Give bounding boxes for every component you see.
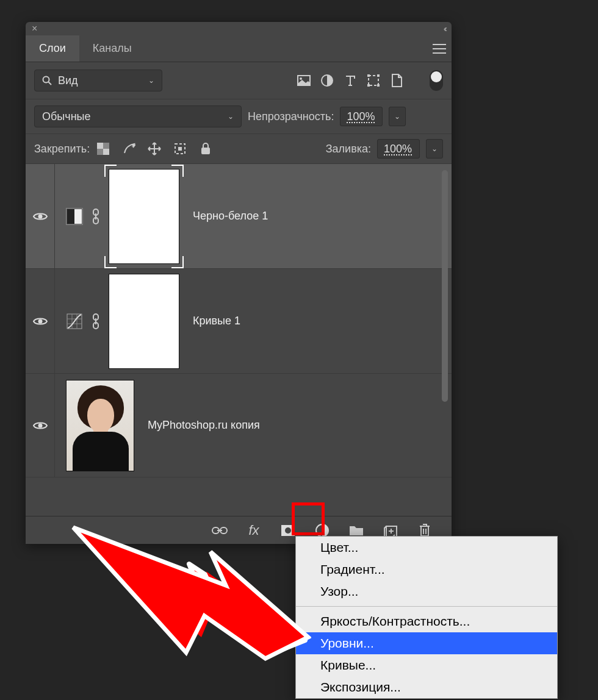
menu-item[interactable]: Узор... [296, 580, 557, 602]
layer-row[interactable]: MyPhotoshop.ru копия [26, 374, 452, 477]
mask-link-icon[interactable] [92, 209, 100, 224]
filter-smartobject-icon[interactable] [388, 72, 405, 89]
layer-name[interactable]: Кривые 1 [193, 315, 240, 327]
filter-toggle[interactable] [430, 70, 443, 91]
svg-point-27 [38, 423, 42, 427]
svg-rect-8 [367, 84, 370, 87]
fx-icon[interactable]: fx [245, 522, 262, 539]
blend-row: Обычные ⌄ Непрозрачность: 100% ⌄ [26, 99, 452, 134]
menu-item[interactable]: Яркость/Контрастность... [296, 610, 557, 632]
scrollbar[interactable] [442, 170, 448, 402]
tab-channels[interactable]: Каналы [79, 35, 145, 62]
layer-row[interactable]: Черно-белое 1 [26, 164, 452, 269]
opacity-value[interactable]: 100% [340, 107, 383, 126]
svg-point-0 [43, 77, 49, 83]
svg-rect-18 [74, 209, 82, 224]
layers-list: Черно-белое 1 Кривые 1 [26, 164, 452, 516]
adjustment-curves-icon [66, 313, 83, 330]
layers-panel: × ‹‹ Слои Каналы Вид ⌄ [26, 22, 452, 544]
lock-artboard-icon[interactable] [173, 141, 187, 156]
menu-item[interactable]: Экспозиция... [296, 676, 557, 698]
panel-tabs: Слои Каналы [26, 35, 452, 62]
filter-kind-label: Вид [58, 74, 78, 87]
lock-label: Закрепить: [34, 143, 90, 155]
menu-item-levels[interactable]: Уровни... [296, 632, 557, 654]
close-icon[interactable]: × [32, 23, 37, 34]
visibility-toggle[interactable] [26, 164, 55, 268]
lock-position-icon[interactable] [147, 141, 162, 156]
menu-item[interactable]: Градиент... [296, 559, 557, 580]
chevron-down-icon: ⌄ [148, 76, 154, 85]
lock-all-icon[interactable] [198, 141, 213, 156]
layer-mask-thumb[interactable] [109, 274, 179, 369]
opacity-label: Непрозрачность: [248, 110, 334, 123]
adjustment-bw-icon [66, 208, 83, 225]
svg-rect-6 [367, 74, 370, 77]
eye-icon [33, 421, 48, 430]
menu-separator [296, 606, 557, 607]
svg-line-1 [49, 82, 52, 85]
search-icon [42, 76, 52, 85]
svg-point-22 [38, 319, 42, 323]
layer-mask-thumb[interactable] [109, 169, 179, 264]
svg-rect-9 [377, 84, 380, 87]
svg-rect-7 [377, 74, 380, 77]
eye-icon [33, 212, 48, 221]
layer-name[interactable]: Черно-белое 1 [193, 210, 268, 223]
filter-type-icon[interactable] [342, 72, 359, 89]
fill-value[interactable]: 100% [377, 139, 420, 159]
layer-thumb[interactable] [66, 380, 134, 471]
filter-row: Вид ⌄ [26, 62, 452, 99]
filter-shape-icon[interactable] [365, 72, 382, 89]
blend-mode-label: Обычные [42, 110, 91, 123]
opacity-chevron-icon[interactable]: ⌄ [389, 107, 406, 126]
svg-marker-35 [79, 534, 305, 652]
svg-marker-36 [85, 540, 299, 646]
tab-layers[interactable]: Слои [26, 35, 79, 62]
chevron-down-icon: ⌄ [228, 112, 234, 121]
filter-kind-select[interactable]: Вид ⌄ [34, 70, 162, 91]
svg-rect-14 [178, 147, 182, 151]
menu-item[interactable]: Цвет... [296, 537, 557, 559]
svg-point-32 [285, 527, 291, 534]
lock-image-icon[interactable] [121, 141, 136, 156]
svg-rect-17 [67, 209, 74, 224]
svg-rect-12 [103, 149, 109, 155]
fill-chevron-icon[interactable]: ⌄ [426, 139, 443, 159]
svg-rect-11 [97, 143, 103, 149]
panel-menu-icon[interactable] [427, 35, 452, 62]
layer-name[interactable]: MyPhotoshop.ru копия [148, 419, 260, 432]
filter-pixel-icon[interactable] [295, 72, 312, 89]
link-layers-icon[interactable] [211, 522, 228, 539]
mask-link-icon[interactable] [92, 313, 100, 329]
add-mask-icon[interactable] [279, 522, 297, 539]
menu-item[interactable]: Кривые... [296, 654, 557, 676]
svg-marker-37 [73, 527, 308, 659]
lock-icons [96, 141, 213, 156]
eye-icon [33, 316, 48, 326]
collapse-icon[interactable]: ‹‹ [444, 24, 445, 34]
visibility-toggle[interactable] [26, 269, 55, 373]
panel-titlebar: × ‹‹ [26, 22, 452, 35]
fill-label: Заливка: [326, 143, 371, 155]
adjustment-layer-menu: Цвет... Градиент... Узор... Яркость/Конт… [295, 536, 558, 699]
visibility-toggle[interactable] [26, 374, 55, 477]
svg-point-16 [38, 214, 42, 218]
filter-adjustment-icon[interactable] [319, 72, 336, 89]
svg-point-3 [300, 77, 302, 80]
lock-row: Закрепить: Заливка: 100% ⌄ [26, 134, 452, 164]
svg-rect-5 [369, 76, 378, 85]
svg-rect-15 [201, 148, 210, 154]
blend-mode-select[interactable]: Обычные ⌄ [34, 105, 242, 127]
layer-row[interactable]: Кривые 1 [26, 269, 452, 374]
lock-transparency-icon[interactable] [96, 141, 110, 156]
